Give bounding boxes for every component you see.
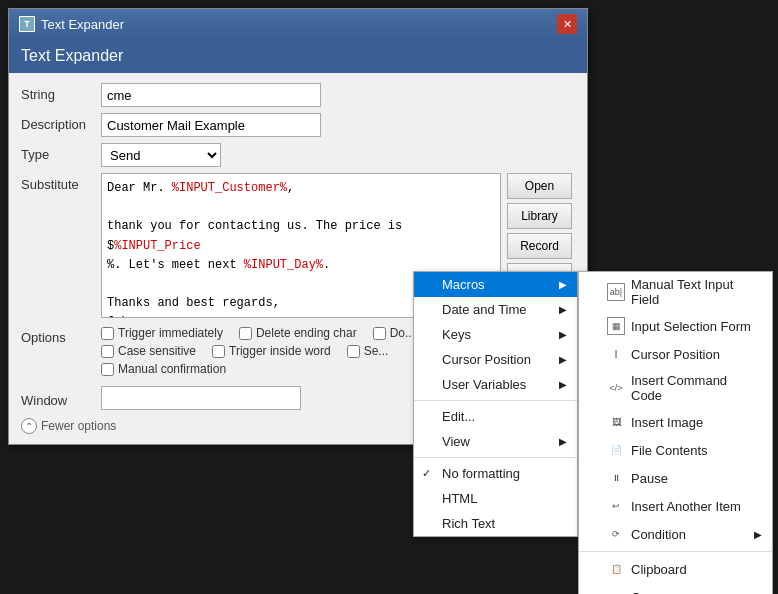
menu-item-keys[interactable]: Keys ▶: [414, 322, 577, 347]
trigger-inside-word-checkbox[interactable]: Trigger inside word: [212, 344, 331, 358]
type-row: Type Send Paste: [21, 143, 575, 167]
clipboard-icon: 📋: [607, 560, 625, 578]
submenu-item-clipboard[interactable]: 📋 Clipboard: [579, 555, 772, 583]
submenu-item-condition[interactable]: ⟳ Condition ▶: [579, 520, 772, 548]
menu-item-edit[interactable]: Edit...: [414, 404, 577, 429]
menu-item-cursor-position[interactable]: Cursor Position ▶: [414, 347, 577, 372]
title-bar: T Text Expander ✕: [9, 9, 587, 39]
pause-icon: ⏸: [607, 469, 625, 487]
submenu-item-image[interactable]: 🖼 Insert Image: [579, 408, 772, 436]
submenu-item-copy[interactable]: ⧉ Copy: [579, 583, 772, 594]
close-button[interactable]: ✕: [557, 14, 577, 34]
string-row: String: [21, 83, 575, 107]
menu-item-user-variables[interactable]: User Variables ▶: [414, 372, 577, 397]
macros-arrow-icon: ▶: [559, 279, 567, 290]
separator-2: [414, 457, 577, 458]
description-row: Description: [21, 113, 575, 137]
delete-ending-char-checkbox[interactable]: Delete ending char: [239, 326, 357, 340]
title-bar-text: Text Expander: [41, 17, 124, 32]
description-label: Description: [21, 113, 101, 132]
submenu-item-manual-input[interactable]: ab| Manual Text Input Field: [579, 272, 772, 312]
menu-item-html[interactable]: HTML: [414, 486, 577, 511]
image-icon: 🖼: [607, 413, 625, 431]
menu-item-rich-text[interactable]: Rich Text: [414, 511, 577, 536]
library-button[interactable]: Library: [507, 203, 572, 229]
title-bar-left: T Text Expander: [19, 16, 124, 32]
submenu-item-command-code[interactable]: </> Insert Command Code: [579, 368, 772, 408]
view-arrow-icon: ▶: [559, 436, 567, 447]
do-checkbox[interactable]: Do...: [373, 326, 415, 340]
record-button[interactable]: Record: [507, 233, 572, 259]
manual-input-icon: ab|: [607, 283, 625, 301]
separator-1: [414, 400, 577, 401]
menu-item-view[interactable]: View ▶: [414, 429, 577, 454]
string-input[interactable]: [101, 83, 321, 107]
case-sensitive-checkbox[interactable]: Case sensitive: [101, 344, 196, 358]
more-context-menu: Macros ▶ Date and Time ▶ Keys ▶ Cursor P…: [413, 271, 578, 537]
substitute-label: Substitute: [21, 173, 101, 192]
app-icon: T: [19, 16, 35, 32]
condition-arrow-icon: ▶: [754, 529, 762, 540]
type-select[interactable]: Send Paste: [101, 143, 221, 167]
string-label: String: [21, 83, 101, 102]
window-input[interactable]: [101, 386, 301, 410]
macros-submenu: ab| Manual Text Input Field ▦ Input Sele…: [578, 271, 773, 594]
options-row-1: Trigger immediately Delete ending char D…: [101, 326, 415, 340]
description-input[interactable]: [101, 113, 321, 137]
uservars-arrow-icon: ▶: [559, 379, 567, 390]
menu-item-no-formatting[interactable]: ✓ No formatting: [414, 461, 577, 486]
menu-item-macros[interactable]: Macros ▶: [414, 272, 577, 297]
se-checkbox[interactable]: Se...: [347, 344, 389, 358]
input-form-icon: ▦: [607, 317, 625, 335]
submenu-item-pause[interactable]: ⏸ Pause: [579, 464, 772, 492]
type-label: Type: [21, 143, 101, 162]
cursor-arrow-icon: ▶: [559, 354, 567, 365]
check-icon: ✓: [422, 467, 431, 480]
options-row-3: Manual confirmation: [101, 362, 415, 376]
submenu-item-cursor-pos[interactable]: I Cursor Position: [579, 340, 772, 368]
manual-confirmation-checkbox[interactable]: Manual confirmation: [101, 362, 226, 376]
command-code-icon: </>: [607, 379, 625, 397]
trigger-immediately-checkbox[interactable]: Trigger immediately: [101, 326, 223, 340]
submenu-item-insert-another[interactable]: ↩ Insert Another Item: [579, 492, 772, 520]
dialog-header: Text Expander: [9, 39, 587, 73]
copy-icon: ⧉: [607, 588, 625, 594]
insert-another-icon: ↩: [607, 497, 625, 515]
fewer-icon: ⌃: [21, 418, 37, 434]
date-time-arrow-icon: ▶: [559, 304, 567, 315]
cursor-pos-icon: I: [607, 345, 625, 363]
options-label: Options: [21, 326, 101, 345]
file-contents-icon: 📄: [607, 441, 625, 459]
submenu-item-file-contents[interactable]: 📄 File Contents: [579, 436, 772, 464]
condition-icon: ⟳: [607, 525, 625, 543]
submenu-separator-1: [579, 551, 772, 552]
open-button[interactable]: Open: [507, 173, 572, 199]
submenu-item-input-form[interactable]: ▦ Input Selection Form: [579, 312, 772, 340]
keys-arrow-icon: ▶: [559, 329, 567, 340]
options-content: Trigger immediately Delete ending char D…: [101, 326, 415, 380]
window-label: Window: [21, 389, 101, 408]
options-row-2: Case sensitive Trigger inside word Se...: [101, 344, 415, 358]
menu-item-date-time[interactable]: Date and Time ▶: [414, 297, 577, 322]
